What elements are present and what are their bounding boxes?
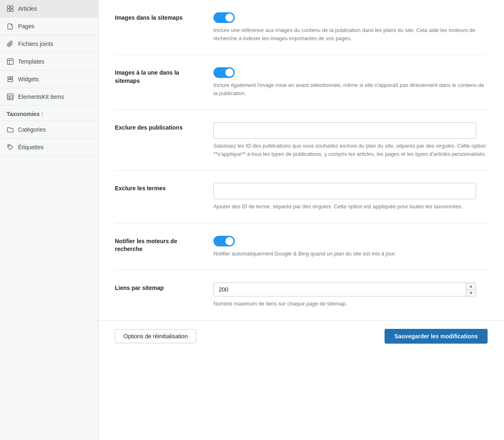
text-input-exclure-termes[interactable] <box>213 183 476 199</box>
svg-rect-3 <box>11 9 13 11</box>
toggle-images-dans-sitemaps[interactable] <box>213 12 235 23</box>
grid-icon <box>7 5 14 12</box>
toggle-track <box>213 12 235 23</box>
svg-point-14 <box>9 146 9 146</box>
setting-row-exclure-publications: Exclure des publications Saisissez les I… <box>115 110 488 171</box>
setting-control-exclure-publications: Saisissez les ID des publications que vo… <box>213 122 488 158</box>
setting-label-exclure-publications: Exclure des publications <box>115 122 197 132</box>
toggle-notifier-moteurs[interactable] <box>213 236 235 246</box>
toggle-images-a-la-une[interactable] <box>213 67 235 78</box>
footer-bar: Options de réinitialisation Sauvegarder … <box>99 320 504 352</box>
setting-label-images-a-la-une: Images à la une dans la sitemaps <box>115 67 197 85</box>
svg-rect-9 <box>8 80 13 82</box>
setting-description-exclure-termes: Ajouter des ID de terme, séparés par des… <box>213 203 488 211</box>
sidebar-item-templates[interactable]: Templates <box>0 53 98 71</box>
toggle-wrapper-images-dans-sitemaps <box>213 12 235 23</box>
svg-rect-2 <box>7 9 10 11</box>
sidebar-item-label: Catégories <box>18 126 46 133</box>
setting-row-exclure-termes: Exclure les termes Ajouter des ID de ter… <box>115 171 488 223</box>
widget-icon <box>7 75 14 83</box>
setting-control-images-a-la-une: Inclure également l'image mise en avant … <box>213 67 488 97</box>
text-input-exclure-publications[interactable] <box>213 122 476 139</box>
svg-rect-10 <box>7 94 13 100</box>
toggle-wrapper-images-a-la-une <box>213 67 235 78</box>
setting-description-liens-par-sitemap: Nombre maximum de liens sur chaque page … <box>213 300 488 308</box>
save-button[interactable]: Sauvegarder les modifications <box>385 329 488 344</box>
spinner-buttons: ▲ ▼ <box>466 283 476 296</box>
toggle-track <box>213 236 235 246</box>
sidebar-item-pages[interactable]: Pages <box>0 18 98 35</box>
setting-label-notifier-moteurs: Notifier les moteurs de recherche <box>115 236 197 253</box>
setting-label-liens-par-sitemap: Liens par sitemap <box>115 283 197 292</box>
setting-description-notifier-moteurs: Notifier automatiquement Google & Bing q… <box>213 250 488 258</box>
svg-rect-1 <box>11 6 13 8</box>
setting-control-images-dans-sitemaps: Inclure une référence aux images du cont… <box>213 12 488 42</box>
taxonomies-header: Taxonomies : <box>0 106 98 121</box>
svg-rect-0 <box>7 6 10 8</box>
setting-control-notifier-moteurs: Notifier automatiquement Google & Bing q… <box>213 236 488 258</box>
table-icon <box>7 93 14 100</box>
setting-row-images-a-la-une: Images à la une dans la sitemaps Inclure… <box>115 55 488 110</box>
number-input-wrapper: ▲ ▼ <box>213 283 476 296</box>
folder-icon <box>7 126 14 133</box>
setting-label-images-dans-sitemaps: Images dans la sitemaps <box>115 12 197 22</box>
setting-control-exclure-termes: Ajouter des ID de terme, séparés par des… <box>213 183 488 211</box>
sidebar-item-etiquettes[interactable]: Étiquettes <box>0 139 98 156</box>
svg-rect-4 <box>7 59 13 64</box>
spinner-down[interactable]: ▼ <box>466 290 476 296</box>
setting-row-images-dans-sitemaps: Images dans la sitemaps Inclure une réfé… <box>115 0 488 55</box>
file-icon <box>7 23 14 30</box>
sidebar-item-categories[interactable]: Catégories <box>0 121 98 139</box>
sidebar-item-elementskit-items[interactable]: ElementsKit items <box>0 88 98 106</box>
sidebar-item-label: ElementsKit items <box>18 93 64 100</box>
sidebar-item-fichiers-joints[interactable]: Fichiers joints <box>0 35 98 53</box>
sidebar: Articles Pages Fichiers joints Templates… <box>0 0 99 440</box>
setting-description-images-dans-sitemaps: Inclure une référence aux images du cont… <box>213 26 488 42</box>
number-input-liens-par-sitemap[interactable] <box>213 283 476 296</box>
toggle-track <box>213 67 235 78</box>
sidebar-item-widgets[interactable]: Widgets <box>0 71 98 88</box>
sidebar-item-articles[interactable]: Articles <box>0 0 98 18</box>
sidebar-item-label: Articles <box>18 5 37 12</box>
svg-rect-7 <box>8 77 10 79</box>
setting-label-exclure-termes: Exclure les termes <box>115 183 197 193</box>
setting-row-liens-par-sitemap: Liens par sitemap ▲ ▼ Nombre maximum de … <box>115 270 488 320</box>
toggle-wrapper-notifier-moteurs <box>213 236 235 246</box>
tag-icon <box>7 144 14 151</box>
sidebar-item-label: Étiquettes <box>18 144 44 150</box>
main-content: Images dans la sitemaps Inclure une réfé… <box>99 0 504 440</box>
sidebar-item-label: Fichiers joints <box>18 41 53 47</box>
sidebar-item-label: Widgets <box>18 76 39 82</box>
setting-description-images-a-la-une: Inclure également l'image mise en avant … <box>213 81 488 97</box>
paperclip-icon <box>7 40 14 48</box>
sidebar-item-label: Templates <box>18 58 44 65</box>
spinner-up[interactable]: ▲ <box>466 283 476 290</box>
settings-area: Images dans la sitemaps Inclure une réfé… <box>99 0 504 320</box>
template-icon <box>7 58 14 65</box>
reset-button[interactable]: Options de réinitialisation <box>115 329 196 343</box>
setting-control-liens-par-sitemap: ▲ ▼ Nombre maximum de liens sur chaque p… <box>213 283 488 308</box>
sidebar-item-label: Pages <box>18 23 34 30</box>
svg-rect-8 <box>11 77 13 79</box>
setting-description-exclure-publications: Saisissez les ID des publications que vo… <box>213 142 488 158</box>
setting-row-notifier-moteurs: Notifier les moteurs de recherche Notifi… <box>115 223 488 271</box>
